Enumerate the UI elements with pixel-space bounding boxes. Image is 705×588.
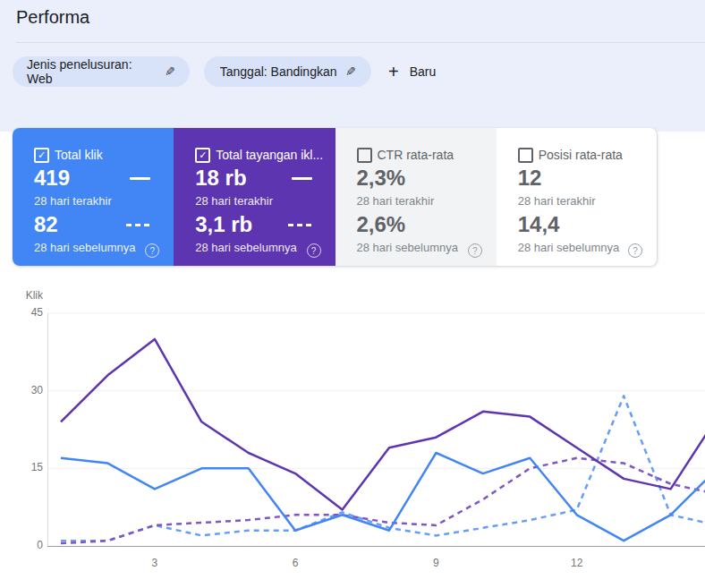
x-tick-label: 6 [293,557,299,569]
metric-secondary-period: 28 hari sebelumnya [357,241,458,254]
metric-primary-value: 419 [34,166,70,191]
metric-primary-period: 28 hari terakhir [518,194,596,208]
metric-card-ctr[interactable]: ✓ CTR rata-rata 2,3% 28 hari terakhir 2,… [336,128,497,266]
performance-line-chart[interactable] [47,304,705,555]
filter-chip-date-compare[interactable]: Tanggal: Bandingkan ✎ [204,56,371,87]
help-icon[interactable]: ? [468,243,482,258]
performance-page: Performa Jenis penelusuran: Web ✎ Tangga… [0,0,705,588]
filter-chip-label: Tanggal: Bandingkan [220,64,337,79]
metric-primary-period: 28 hari terakhir [34,194,112,208]
metric-checkbox[interactable]: ✓ [34,148,49,163]
metric-secondary-value: 3,1 rb [195,212,252,237]
y-tick-label: 45 [0,306,43,319]
metric-primary-value: 2,3% [357,166,406,191]
checkmark-icon: ✓ [38,150,46,160]
help-icon[interactable]: ? [628,243,642,258]
x-tick-label: 12 [571,557,582,569]
metric-checkbox[interactable]: ✓ [518,148,533,163]
header-divider [16,42,705,43]
metric-label: CTR rata-rata [378,148,454,162]
filter-chip-label: Jenis penelusuran: Web [27,57,157,86]
metric-secondary-period: 28 hari sebelumnya [34,241,135,254]
metric-secondary-value: 14,4 [518,212,560,237]
metric-primary-value: 12 [518,166,542,191]
metric-card-posisi[interactable]: ✓ Posisi rata-rata 12 28 hari terakhir 1… [497,128,658,266]
chart-series [61,339,705,510]
metric-primary-period: 28 hari terakhir [357,194,435,208]
metric-primary-value: 18 rb [195,166,246,191]
y-tick-label: 0 [0,539,43,551]
filter-chip-search-type[interactable]: Jenis penelusuran: Web ✎ [13,56,190,87]
chart-series [61,453,705,541]
plus-icon: + [388,63,399,81]
metric-label: Total tayangan ikl... [216,148,323,162]
metric-secondary-period: 28 hari sebelumnya [518,241,619,254]
checkmark-icon: ✓ [199,150,207,160]
metric-card-total-tayangan[interactable]: ✓ Total tayangan ikl... 18 rb 28 hari te… [174,128,335,266]
chart-series [61,458,705,543]
metric-card-total-klik[interactable]: ✓ Total klik 419 28 hari terakhir 82 28 … [13,128,174,266]
metric-primary-period: 28 hari terakhir [195,194,273,208]
y-tick-label: 30 [0,384,43,396]
solid-line-indicator [292,177,312,180]
dashed-line-indicator [126,224,150,226]
y-axis-title: Klik [0,289,43,302]
metric-label: Posisi rata-rata [539,148,623,162]
y-tick-label: 15 [0,461,43,473]
metric-secondary-period: 28 hari sebelumnya [195,241,296,254]
solid-line-indicator [130,177,150,180]
metric-secondary-value: 2,6% [357,212,406,237]
metric-secondary-value: 82 [34,212,58,237]
x-tick-label: 9 [433,557,439,569]
pencil-icon[interactable]: ✎ [165,64,175,79]
new-filter-button[interactable]: + Baru [383,56,441,87]
page-title: Performa [16,7,89,28]
metric-label: Total klik [55,148,103,162]
metric-checkbox[interactable]: ✓ [195,148,210,163]
pencil-icon[interactable]: ✎ [345,64,356,79]
new-filter-label: Baru [410,64,437,79]
help-icon[interactable]: ? [307,243,321,258]
help-icon[interactable]: ? [145,243,159,258]
metric-checkbox[interactable]: ✓ [357,148,372,163]
metric-cards-row: ✓ Total klik 419 28 hari terakhir 82 28 … [13,128,658,266]
x-tick-label: 3 [152,557,158,569]
dashed-line-indicator [288,224,312,226]
